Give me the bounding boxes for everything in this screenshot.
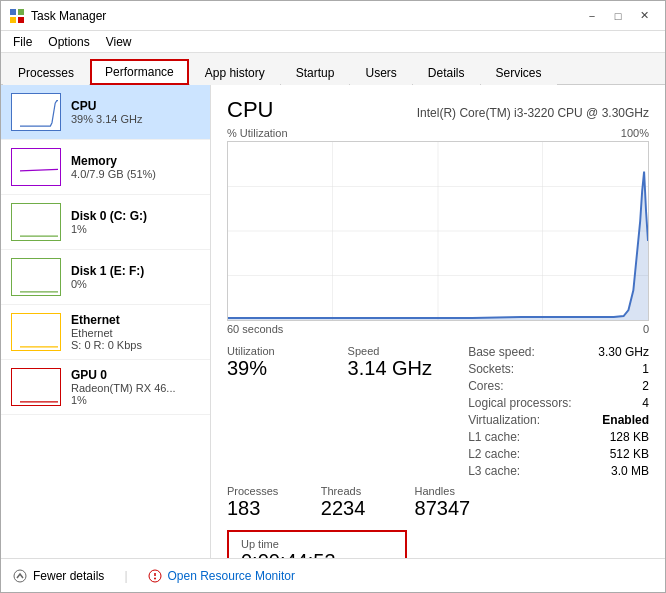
- svg-rect-2: [10, 17, 16, 23]
- disk0-thumbnail: [11, 203, 61, 241]
- ethernet-sub1: Ethernet: [71, 327, 200, 339]
- main-panel: CPU Intel(R) Core(TM) i3-3220 CPU @ 3.30…: [211, 85, 665, 558]
- speed-value: 3.14 GHz: [348, 357, 469, 380]
- disk0-info: Disk 0 (C: G:) 1%: [71, 209, 200, 235]
- base-speed-value: 3.30 GHz: [598, 345, 649, 359]
- cpu-info: CPU 39% 3.14 GHz: [71, 99, 200, 125]
- title-bar: Task Manager − □ ✕: [1, 1, 665, 31]
- open-resource-monitor-label: Open Resource Monitor: [168, 569, 295, 583]
- sockets-value: 1: [642, 362, 649, 376]
- stat-handles: Handles 87347: [415, 485, 509, 520]
- sidebar-item-disk0[interactable]: Disk 0 (C: G:) 1%: [1, 195, 210, 250]
- sidebar-item-ethernet[interactable]: Ethernet Ethernet S: 0 R: 0 Kbps: [1, 305, 210, 360]
- gpu-info: GPU 0 Radeon(TM) RX 46... 1%: [71, 368, 200, 406]
- tab-startup[interactable]: Startup: [281, 60, 350, 85]
- l3-label: L3 cache:: [468, 464, 520, 478]
- tab-app-history[interactable]: App history: [190, 60, 280, 85]
- cpu-chart: [227, 141, 649, 321]
- ethernet-thumbnail: [11, 313, 61, 351]
- ethernet-info: Ethernet Ethernet S: 0 R: 0 Kbps: [71, 313, 200, 351]
- menu-file[interactable]: File: [5, 33, 40, 51]
- title-bar-left: Task Manager: [9, 8, 106, 24]
- handles-label: Handles: [415, 485, 509, 497]
- l1-value: 128 KB: [610, 430, 649, 444]
- gpu-sub2: 1%: [71, 394, 200, 406]
- gpu-sub1: Radeon(TM) RX 46...: [71, 382, 200, 394]
- utilization-value: 39%: [227, 357, 348, 380]
- chart-container: % Utilization 100%: [227, 127, 649, 335]
- utilization-label: Utilization: [227, 345, 348, 357]
- menu-options[interactable]: Options: [40, 33, 97, 51]
- separator: |: [124, 569, 127, 583]
- cpu-header: CPU Intel(R) Core(TM) i3-3220 CPU @ 3.30…: [227, 97, 649, 123]
- maximize-button[interactable]: □: [605, 5, 631, 27]
- svg-rect-0: [10, 9, 16, 15]
- stat-processes: Processes 183: [227, 485, 321, 520]
- chart-time-label: 60 seconds 0: [227, 323, 649, 335]
- threads-label: Threads: [321, 485, 415, 497]
- app-icon: [9, 8, 25, 24]
- cores-value: 2: [642, 379, 649, 393]
- task-manager-window: Task Manager − □ ✕ File Options View Pro…: [0, 0, 666, 593]
- tab-performance[interactable]: Performance: [90, 59, 189, 85]
- cores-label: Cores:: [468, 379, 503, 393]
- title-bar-controls: − □ ✕: [579, 5, 657, 27]
- disk1-info: Disk 1 (E: F:) 0%: [71, 264, 200, 290]
- menu-view[interactable]: View: [98, 33, 140, 51]
- l2-value: 512 KB: [610, 447, 649, 461]
- chart-y-label: % Utilization: [227, 127, 288, 139]
- memory-thumbnail: [11, 148, 61, 186]
- virt-label: Virtualization:: [468, 413, 540, 427]
- svg-point-14: [154, 577, 156, 579]
- stat-utilization: Utilization 39%: [227, 345, 348, 481]
- memory-sub: 4.0/7.9 GB (51%): [71, 168, 200, 180]
- ethernet-name: Ethernet: [71, 313, 200, 327]
- chart-label-row: % Utilization 100%: [227, 127, 649, 139]
- cpu-title: CPU: [227, 97, 273, 123]
- cpu-sub: 39% 3.14 GHz: [71, 113, 200, 125]
- logical-value: 4: [642, 396, 649, 410]
- disk1-thumbnail: [11, 258, 61, 296]
- disk1-name: Disk 1 (E: F:): [71, 264, 200, 278]
- l2-label: L2 cache:: [468, 447, 520, 461]
- svg-rect-1: [18, 9, 24, 15]
- logical-label: Logical processors:: [468, 396, 571, 410]
- bottom-bar: Fewer details | Open Resource Monitor: [1, 558, 665, 592]
- virt-value: Enabled: [602, 413, 649, 427]
- l3-value: 3.0 MB: [611, 464, 649, 478]
- fewer-details-label: Fewer details: [33, 569, 104, 583]
- tab-processes[interactable]: Processes: [3, 60, 89, 85]
- threads-value: 2234: [321, 497, 415, 520]
- sidebar-item-memory[interactable]: Memory 4.0/7.9 GB (51%): [1, 140, 210, 195]
- tabs-bar: Processes Performance App history Startu…: [1, 53, 665, 85]
- processes-label: Processes: [227, 485, 321, 497]
- sidebar-item-gpu[interactable]: GPU 0 Radeon(TM) RX 46... 1%: [1, 360, 210, 415]
- open-resource-monitor-button[interactable]: Open Resource Monitor: [148, 569, 295, 583]
- disk0-name: Disk 0 (C: G:): [71, 209, 200, 223]
- info-l1: L1 cache: 128 KB: [468, 430, 649, 444]
- fewer-details-button[interactable]: Fewer details: [13, 569, 104, 583]
- info-l2: L2 cache: 512 KB: [468, 447, 649, 461]
- tab-users[interactable]: Users: [350, 60, 411, 85]
- uptime-label: Up time: [241, 538, 393, 550]
- sidebar-item-cpu[interactable]: CPU 39% 3.14 GHz: [1, 85, 210, 140]
- info-l3: L3 cache: 3.0 MB: [468, 464, 649, 478]
- sidebar-item-disk1[interactable]: Disk 1 (E: F:) 0%: [1, 250, 210, 305]
- speed-label: Speed: [348, 345, 469, 357]
- tab-details[interactable]: Details: [413, 60, 480, 85]
- minimize-button[interactable]: −: [579, 5, 605, 27]
- uptime-value: 0:00:44:53: [241, 550, 393, 558]
- base-speed-label: Base speed:: [468, 345, 535, 359]
- cpu-model: Intel(R) Core(TM) i3-3220 CPU @ 3.30GHz: [417, 106, 649, 120]
- chart-x-start: 60 seconds: [227, 323, 283, 335]
- uptime-box: Up time 0:00:44:53: [227, 530, 407, 558]
- resource-monitor-icon: [148, 569, 162, 583]
- close-button[interactable]: ✕: [631, 5, 657, 27]
- processes-value: 183: [227, 497, 321, 520]
- sidebar: CPU 39% 3.14 GHz Memory 4.0/7.9 GB (51%): [1, 85, 211, 558]
- svg-rect-3: [18, 17, 24, 23]
- memory-name: Memory: [71, 154, 200, 168]
- window-title: Task Manager: [31, 9, 106, 23]
- sockets-label: Sockets:: [468, 362, 514, 376]
- tab-services[interactable]: Services: [481, 60, 557, 85]
